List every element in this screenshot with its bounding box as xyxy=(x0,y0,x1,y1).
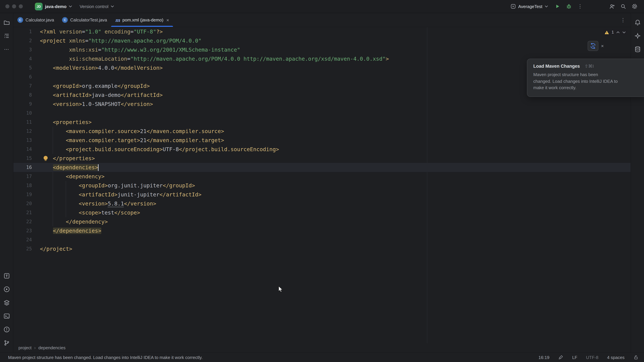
toolbar-more-button[interactable]: ⋮ xyxy=(576,2,585,11)
load-maven-changes-button[interactable]: m xyxy=(588,41,598,51)
debug-button[interactable] xyxy=(564,2,574,11)
code-line[interactable]: 20 <version>5.8.1</version> xyxy=(14,199,630,208)
database-button[interactable] xyxy=(633,45,642,54)
code-line[interactable]: 14 <project.build.sourceEncoding>UTF-8</… xyxy=(14,145,630,154)
project-toolwindow-button[interactable] xyxy=(2,18,11,27)
line-number[interactable]: 13 xyxy=(14,136,40,145)
code-with-me-button[interactable] xyxy=(607,2,616,11)
line-number[interactable]: 7 xyxy=(14,81,40,90)
code-line[interactable]: 2<project xmlns="http://maven.apache.org… xyxy=(14,36,630,45)
line-number[interactable]: 17 xyxy=(14,172,40,181)
line-number[interactable]: 22 xyxy=(14,217,40,226)
code-line[interactable]: 19 <artifactId>junit-jupiter</artifactId… xyxy=(14,190,630,199)
caret-position-widget[interactable]: 16:19 xyxy=(538,355,550,360)
todo-toolwindow-button[interactable] xyxy=(2,272,11,280)
bell-icon xyxy=(634,19,641,26)
line-number[interactable]: 1 xyxy=(14,27,40,36)
line-number[interactable]: 6 xyxy=(14,72,40,81)
code-line[interactable]: 23 </dependencies> xyxy=(14,226,630,235)
line-number[interactable]: 4 xyxy=(14,54,40,63)
pen-widget[interactable] xyxy=(558,355,564,360)
tab-calculator-java[interactable]: C Calculator.java xyxy=(14,13,58,27)
chevron-up-icon[interactable] xyxy=(616,31,620,33)
tab-pom-xml[interactable]: m pom.xml (java-demo) × xyxy=(111,13,173,27)
terminal-toolwindow-button[interactable] xyxy=(2,312,11,321)
sparkle-icon xyxy=(634,32,641,39)
code-line[interactable]: 24 xyxy=(14,235,630,244)
line-number[interactable]: 12 xyxy=(14,127,40,136)
line-number[interactable]: 23 xyxy=(14,226,40,235)
window-zoom-button[interactable] xyxy=(19,4,23,8)
code-text: </properties> xyxy=(40,154,95,163)
line-number[interactable]: 8 xyxy=(14,90,40,99)
line-number[interactable]: 19 xyxy=(14,190,40,199)
project-widget[interactable]: JD java-demo xyxy=(32,1,75,11)
tab-close-icon[interactable]: × xyxy=(166,17,169,23)
breadcrumb-item-dependencies[interactable]: dependencies xyxy=(38,345,66,350)
run-configuration-widget[interactable]: AverageTest xyxy=(508,2,551,10)
line-separator-widget[interactable]: LF xyxy=(572,355,577,360)
code-line[interactable]: 21 <scope>test</scope> xyxy=(14,208,630,217)
line-number[interactable]: 24 xyxy=(14,235,40,244)
chevron-down-icon[interactable] xyxy=(622,31,626,33)
breadcrumb-item-project[interactable]: project xyxy=(18,345,32,350)
gear-icon xyxy=(632,3,638,9)
notifications-button[interactable] xyxy=(633,18,642,27)
git-branch-icon xyxy=(3,340,10,346)
line-number[interactable]: 10 xyxy=(14,109,40,118)
problems-toolwindow-button[interactable] xyxy=(2,325,11,334)
services-toolwindow-button[interactable] xyxy=(2,298,11,307)
structure-toolwindow-button[interactable] xyxy=(2,31,11,40)
inspections-widget[interactable]: 1 xyxy=(602,29,628,35)
version-control-toolwindow-button[interactable] xyxy=(2,339,11,347)
run-button[interactable] xyxy=(553,2,562,11)
code-line[interactable]: 18 <groupId>org.junit.jupiter</groupId> xyxy=(14,181,630,190)
line-number[interactable]: 5 xyxy=(14,63,40,72)
tab-calculatortest-java[interactable]: C CalculatorTest.java xyxy=(58,13,111,27)
code-line[interactable]: 11 <properties> xyxy=(14,118,630,127)
vcs-widget[interactable]: Version control xyxy=(77,2,117,10)
problems-icon xyxy=(3,326,10,333)
notification-balloon: Load Maven Changes ⇧⌘I Maven project str… xyxy=(527,59,644,97)
more-toolwindows-button[interactable]: ⋯ xyxy=(2,45,11,54)
line-number[interactable]: 20 xyxy=(14,199,40,208)
code-line[interactable]: 12 <maven.compiler.source>21</maven.comp… xyxy=(14,127,630,136)
load-maven-changes-action[interactable]: Load Maven Changes xyxy=(533,64,580,69)
code-line[interactable]: 3 xmlns:xsi="http://www.w3.org/2001/XMLS… xyxy=(14,45,630,54)
code-line[interactable]: 9 <version>1.0-SNAPSHOT</version> xyxy=(14,99,630,109)
code-line[interactable]: 13 <maven.compiler.target>21</maven.comp… xyxy=(14,136,630,145)
line-number[interactable]: 14 xyxy=(14,145,40,154)
code-line[interactable]: 22 </dependency> xyxy=(14,217,630,226)
settings-button[interactable] xyxy=(630,2,639,11)
maven-reload-icon: m xyxy=(590,42,596,49)
line-number[interactable]: 2 xyxy=(14,36,40,45)
unlock-icon xyxy=(633,355,639,360)
search-everywhere-button[interactable] xyxy=(618,2,628,11)
window-controls xyxy=(5,4,23,8)
code-line[interactable]: 15 </properties> xyxy=(14,154,630,163)
code-line[interactable]: 1<?xml version="1.0" encoding="UTF-8"?> xyxy=(14,27,630,36)
window-close-button[interactable] xyxy=(5,4,10,8)
code-line[interactable]: 17 <dependency> xyxy=(14,172,630,181)
run-toolwindow-button[interactable] xyxy=(2,285,11,294)
window-minimize-button[interactable] xyxy=(12,4,16,8)
encoding-widget[interactable]: UTF-8 xyxy=(586,355,598,360)
line-number[interactable]: 18 xyxy=(14,181,40,190)
ai-assistant-button[interactable] xyxy=(633,31,642,40)
readonly-toggle[interactable] xyxy=(633,355,639,360)
code-line[interactable]: 25</project> xyxy=(14,244,630,253)
line-number[interactable]: 9 xyxy=(14,99,40,109)
tab-options-button[interactable]: ⋮ xyxy=(616,13,630,27)
line-number[interactable]: 25 xyxy=(14,244,40,253)
intention-bulb-icon[interactable] xyxy=(44,156,48,160)
indent-widget[interactable]: 4 spaces xyxy=(607,355,624,360)
line-number[interactable]: 11 xyxy=(14,118,40,127)
line-number[interactable]: 16 xyxy=(14,163,40,172)
line-number[interactable]: 21 xyxy=(14,208,40,217)
line-number[interactable]: 3 xyxy=(14,45,40,54)
code-line[interactable]: 10 xyxy=(14,109,630,118)
chevron-down-icon xyxy=(545,5,548,7)
code-line[interactable]: 16 <dependencies> xyxy=(14,163,630,172)
line-number[interactable]: 15 xyxy=(14,154,40,163)
close-icon[interactable]: × xyxy=(601,43,604,49)
